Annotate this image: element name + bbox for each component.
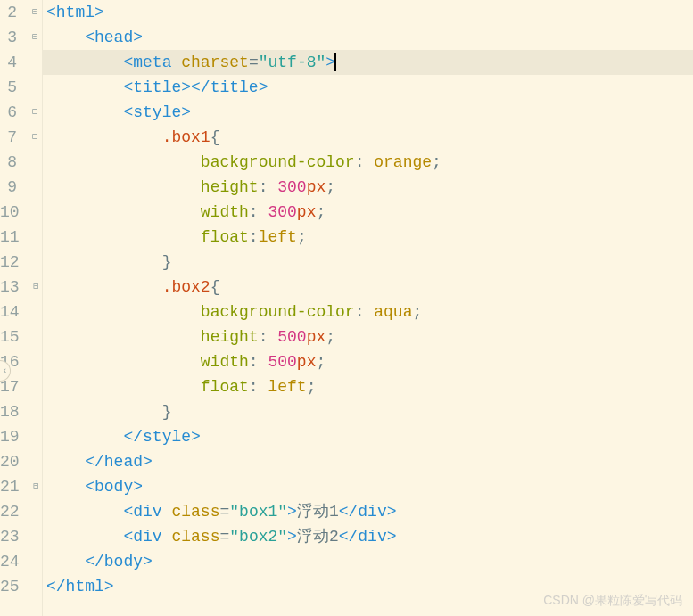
code-line[interactable]: <style> — [43, 100, 693, 125]
code-token: : — [259, 178, 278, 196]
code-line[interactable]: </style> — [43, 424, 693, 449]
code-area[interactable]: <html> <head> <meta charset="utf-8"> <ti… — [43, 0, 693, 616]
line-number: 20 — [0, 449, 32, 474]
gutter-line: 12 — [0, 250, 40, 275]
code-token: : — [249, 203, 268, 221]
code-token: <body> — [85, 478, 143, 496]
code-token: 浮动2 — [297, 528, 339, 546]
fold-toggle-icon[interactable]: ⊟ — [29, 100, 40, 125]
gutter-line: 23 — [0, 524, 40, 549]
fold-toggle-icon[interactable]: ⊟ — [29, 25, 40, 50]
code-token: </head> — [85, 453, 153, 471]
code-token: <html> — [46, 4, 104, 21]
code-line[interactable]: height: 500px; — [43, 324, 693, 349]
fold-toggle-icon[interactable]: ⊟ — [32, 474, 40, 499]
code-token: <div — [123, 503, 161, 521]
code-line[interactable]: width: 500px; — [43, 349, 693, 374]
code-token: : — [259, 328, 278, 346]
code-line[interactable]: } — [43, 399, 693, 424]
line-number: 18 — [0, 399, 32, 424]
gutter-line: 20 — [0, 449, 40, 474]
gutter-line: 24 — [0, 549, 40, 574]
code-token: "box2" — [229, 528, 287, 546]
text-cursor — [334, 53, 336, 71]
gutter-line: 3⊟ — [0, 25, 40, 50]
fold-toggle-icon[interactable]: ⊟ — [29, 125, 40, 150]
gutter-line: 14 — [0, 300, 40, 324]
code-token — [162, 503, 172, 521]
code-line[interactable]: <html> — [43, 0, 693, 25]
code-token: px — [307, 178, 326, 196]
code-line[interactable]: .box2{ — [43, 275, 693, 300]
code-token: = — [219, 503, 229, 521]
code-token: </body> — [85, 553, 153, 571]
code-line[interactable]: } — [43, 250, 693, 275]
code-line[interactable]: <meta charset="utf-8"> — [43, 50, 693, 75]
code-line[interactable]: <body> — [43, 474, 693, 499]
fold-toggle-icon[interactable]: ⊟ — [29, 0, 40, 25]
code-line[interactable]: float:left; — [43, 225, 693, 250]
code-editor[interactable]: 2⊟3⊟456⊟7⊟8910111213⊟1415161718192021⊟22… — [0, 0, 693, 616]
line-number: 13 — [0, 275, 32, 300]
code-line[interactable]: background-color: orange; — [43, 150, 693, 175]
code-token: </div> — [339, 503, 397, 521]
code-line[interactable]: .box1{ — [43, 125, 693, 150]
line-number: 21 — [0, 474, 32, 499]
code-token: .box1 — [162, 128, 210, 146]
code-line[interactable]: background-color: aqua; — [43, 300, 693, 324]
gutter-line: 18 — [0, 399, 40, 424]
line-number: 8 — [7, 150, 29, 175]
gutter-line: 21⊟ — [0, 474, 40, 499]
code-token: .box2 — [162, 278, 210, 296]
code-token: 300 — [277, 178, 306, 196]
line-number: 5 — [7, 75, 29, 100]
code-line[interactable]: <head> — [43, 25, 693, 50]
gutter-line: 15 — [0, 324, 40, 349]
code-token: class — [171, 503, 219, 521]
code-token: </style> — [123, 428, 200, 446]
code-token: "box1" — [229, 503, 287, 521]
code-token: ; — [316, 203, 326, 221]
code-token: "utf-8" — [259, 53, 326, 71]
line-number: 7 — [7, 125, 29, 150]
code-token: orange — [374, 153, 432, 171]
line-number: 6 — [7, 100, 29, 125]
line-number-gutter: 2⊟3⊟456⊟7⊟8910111213⊟1415161718192021⊟22… — [0, 0, 43, 616]
code-token: 浮动1 — [297, 503, 339, 521]
code-token: charset — [181, 53, 249, 71]
code-line[interactable]: </body> — [43, 549, 693, 574]
line-number: 11 — [0, 225, 32, 250]
line-number: 9 — [7, 175, 29, 200]
code-token: background-color — [201, 153, 355, 171]
code-token: class — [171, 528, 219, 546]
code-token: px — [297, 203, 317, 221]
code-line[interactable]: </head> — [43, 449, 693, 474]
code-token: } — [162, 253, 172, 271]
code-token: width — [201, 353, 249, 371]
fold-toggle-icon[interactable]: ⊟ — [32, 275, 40, 300]
code-token: <style> — [123, 103, 191, 121]
code-token: : — [249, 378, 268, 396]
code-token: { — [210, 278, 220, 296]
code-token: width — [201, 203, 249, 221]
code-token: : — [355, 303, 375, 321]
code-line[interactable]: <div class="box2">浮动2</div> — [43, 524, 693, 549]
gutter-line: 2⊟ — [0, 0, 40, 25]
line-number: 10 — [0, 200, 32, 225]
line-number: 15 — [0, 324, 32, 349]
code-token: : — [355, 153, 375, 171]
gutter-line: 25 — [0, 574, 40, 599]
code-token: = — [219, 528, 229, 546]
chevron-left-icon: ‹ — [2, 366, 7, 376]
code-line[interactable]: <div class="box1">浮动1</div> — [43, 499, 693, 524]
code-line[interactable]: <title></title> — [43, 75, 693, 100]
code-line[interactable]: height: 300px; — [43, 175, 693, 200]
gutter-line: 13⊟ — [0, 275, 40, 300]
gutter-line: 8 — [0, 150, 40, 175]
gutter-line: 19 — [0, 424, 40, 449]
code-line[interactable]: float: left; — [43, 374, 693, 399]
code-line[interactable]: width: 300px; — [43, 200, 693, 225]
code-token: > — [287, 528, 297, 546]
gutter-line: 6⊟ — [0, 100, 40, 125]
code-token: 300 — [268, 203, 296, 221]
